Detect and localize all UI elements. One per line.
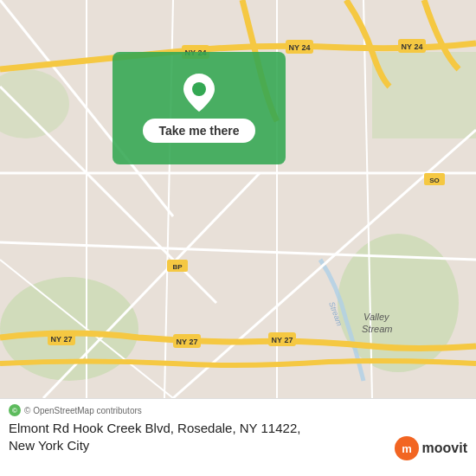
map-overlay-panel: Take me there <box>113 52 286 164</box>
svg-text:NY 27: NY 27 <box>272 336 293 344</box>
svg-text:NY 24: NY 24 <box>402 42 423 51</box>
map-view: NY 24 NY 24 NY 24 NY 27 NY 27 NY 27 BP S… <box>0 0 476 398</box>
svg-text:SO: SO <box>429 177 440 184</box>
svg-text:NY 24: NY 24 <box>289 43 311 52</box>
svg-text:m: m <box>402 442 412 455</box>
svg-text:Valley: Valley <box>363 312 390 322</box>
take-me-there-button[interactable]: Take me there <box>143 119 254 143</box>
svg-point-1 <box>0 277 138 381</box>
moovit-brand-name: moovit <box>422 441 467 456</box>
moovit-logo-icon: m <box>395 436 419 460</box>
location-pin-icon <box>183 74 215 112</box>
svg-text:NY 27: NY 27 <box>51 335 73 344</box>
moovit-logo: m moovit <box>395 436 467 460</box>
svg-point-35 <box>192 82 206 96</box>
svg-text:NY 27: NY 27 <box>177 338 198 346</box>
info-bar: © © OpenStreetMap contributors Elmont Rd… <box>0 398 476 476</box>
address-line1: Elmont Rd Hook Creek Blvd, Rosedale, NY … <box>9 420 467 437</box>
svg-text:BP: BP <box>172 263 183 271</box>
osm-logo-icon: © <box>9 404 21 416</box>
svg-text:Stream: Stream <box>362 324 392 334</box>
osm-attribution: © © OpenStreetMap contributors <box>9 404 467 416</box>
svg-rect-3 <box>372 52 476 138</box>
